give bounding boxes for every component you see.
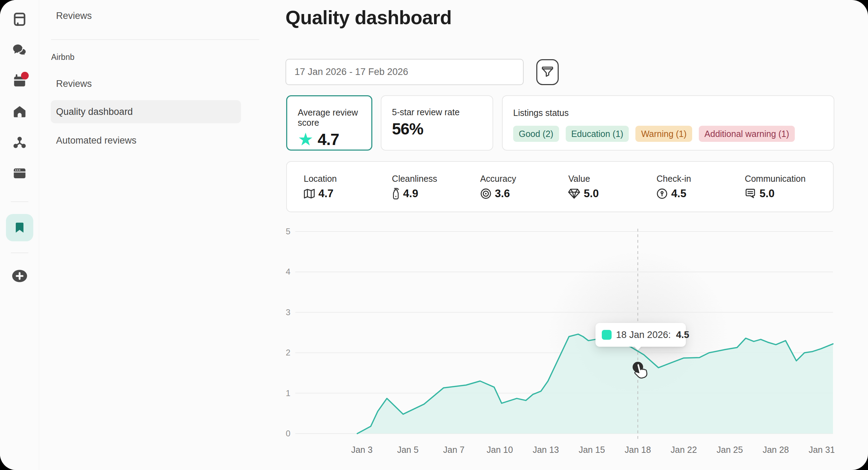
rail-divider <box>11 201 28 202</box>
metric-value: Value 5.0 <box>568 174 656 212</box>
metric-check-in: Check-in 4.5 <box>656 174 745 212</box>
review-score-chart[interactable]: 012345Jan 3Jan 5Jan 7Jan 10Jan 13Jan 15J… <box>285 226 834 464</box>
svg-text:Jan 7: Jan 7 <box>443 445 464 455</box>
metric-label: Accuracy <box>480 174 569 184</box>
status-badge-education[interactable]: Education (1) <box>566 126 629 142</box>
network-icon[interactable] <box>12 135 27 150</box>
icon-rail <box>0 0 39 470</box>
sidebar-item-reviews[interactable]: Reviews <box>56 78 92 89</box>
svg-text:1: 1 <box>286 388 290 398</box>
metric-value: 3.6 <box>495 187 510 200</box>
chart-canvas: 012345Jan 3Jan 5Jan 7Jan 10Jan 13Jan 15J… <box>285 226 834 464</box>
metric-communication: Communication 5.0 <box>745 174 833 212</box>
category-metrics-card: Location 4.7 Cleanliness <box>286 161 834 212</box>
status-badge-good[interactable]: Good (2) <box>513 126 559 142</box>
metric-label: Location <box>304 174 392 184</box>
sidebar-item-automated-reviews[interactable]: Automated reviews <box>56 135 137 146</box>
status-badge-additional-warning[interactable]: Additional warning (1) <box>699 126 795 142</box>
metric-value: 4.5 <box>671 187 686 200</box>
metric-label: Check-in <box>656 174 745 184</box>
card-label: Listings status <box>513 108 834 118</box>
browser-icon[interactable] <box>12 166 27 181</box>
svg-text:0: 0 <box>286 429 290 438</box>
home-icon[interactable] <box>12 104 27 119</box>
metric-value: 5.0 <box>759 187 774 200</box>
svg-text:5: 5 <box>286 227 290 236</box>
sidebar-divider <box>51 39 259 40</box>
chat-icon[interactable] <box>12 42 27 58</box>
chart-tooltip: 18 Jan 2026: 4.5 <box>595 323 686 347</box>
metric-value: 5.0 <box>584 187 599 200</box>
add-icon[interactable] <box>11 269 28 285</box>
card-label: 5-star review rate <box>392 107 492 117</box>
five-star-rate-card[interactable]: 5-star review rate 56% <box>381 95 493 151</box>
target-icon <box>480 188 491 199</box>
svg-text:2: 2 <box>286 348 290 357</box>
star-icon: ★ <box>298 131 314 148</box>
gem-icon <box>568 188 580 199</box>
metric-location: Location 4.7 <box>304 174 392 212</box>
screen: Reviews Airbnb Reviews Quality dashboard… <box>0 0 868 470</box>
sidebar-item-label: Quality dashboard <box>56 106 133 117</box>
metric-label: Cleanliness <box>392 174 480 184</box>
chat-lines-icon <box>745 188 756 199</box>
rail-divider-2 <box>11 253 28 253</box>
series-swatch <box>602 330 612 340</box>
keyhole-icon <box>656 188 668 199</box>
svg-text:Jan 25: Jan 25 <box>717 445 743 455</box>
svg-text:Jan 28: Jan 28 <box>763 445 789 455</box>
five-star-rate-value: 56% <box>392 119 492 138</box>
sidebar-group-label: Airbnb <box>51 53 74 62</box>
average-score-value: 4.7 <box>318 130 339 149</box>
sidebar-item-reviews-top[interactable]: Reviews <box>56 11 92 21</box>
metric-accuracy: Accuracy 3.6 <box>480 174 569 212</box>
tooltip-arrow <box>634 346 642 350</box>
book-icon[interactable] <box>12 12 27 27</box>
svg-text:Jan 15: Jan 15 <box>579 445 605 455</box>
svg-text:Jan 13: Jan 13 <box>533 445 559 455</box>
svg-text:Jan 22: Jan 22 <box>671 445 697 455</box>
average-review-score-card[interactable]: Average review score ★ 4.7 <box>286 95 372 151</box>
svg-text:Jan 3: Jan 3 <box>351 445 372 455</box>
bookmark-icon[interactable] <box>6 214 33 241</box>
metric-label: Communication <box>745 174 833 184</box>
svg-text:Jan 18: Jan 18 <box>625 445 651 455</box>
tooltip-date: 18 Jan 2026: <box>616 330 671 340</box>
svg-text:Jan 31: Jan 31 <box>808 445 834 455</box>
sidebar-item-quality-dashboard[interactable]: Quality dashboard <box>51 100 241 123</box>
funnel-icon <box>541 65 554 79</box>
svg-text:3: 3 <box>286 307 290 317</box>
metric-label: Value <box>568 174 656 184</box>
calendar-icon[interactable] <box>12 73 27 89</box>
tooltip-value: 4.5 <box>676 330 689 340</box>
card-label: Average review score <box>298 108 371 128</box>
svg-text:4: 4 <box>286 267 290 276</box>
app-window: Reviews Airbnb Reviews Quality dashboard… <box>0 0 868 470</box>
spray-bottle-icon <box>392 188 400 200</box>
sidebar: Reviews Airbnb Reviews Quality dashboard… <box>39 0 259 470</box>
svg-text:Jan 5: Jan 5 <box>397 445 419 455</box>
filter-button[interactable] <box>536 59 559 85</box>
metric-value: 4.9 <box>403 187 418 200</box>
listings-status-card: Listings status Good (2) Education (1) W… <box>502 95 834 151</box>
notification-dot <box>21 72 29 80</box>
map-icon <box>304 188 315 199</box>
svg-text:Jan 10: Jan 10 <box>487 445 513 455</box>
status-badge-warning[interactable]: Warning (1) <box>635 126 692 142</box>
metric-value: 4.7 <box>318 187 333 200</box>
metric-cleanliness: Cleanliness 4.9 <box>392 174 480 212</box>
date-range-input[interactable] <box>285 59 524 85</box>
main-content: Quality dashboard Average review score ★… <box>285 0 834 470</box>
page-title: Quality dashboard <box>285 6 452 29</box>
